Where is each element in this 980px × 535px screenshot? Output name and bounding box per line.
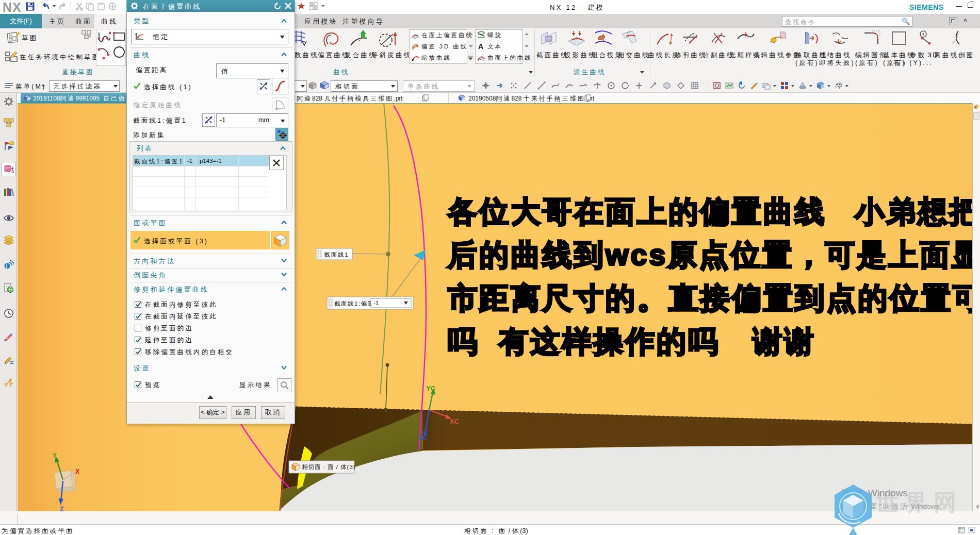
svg-text:截面线1: 截面线1	[324, 252, 349, 258]
svg-text:-1: -1	[373, 300, 379, 306]
svg-text:YC: YC	[426, 384, 436, 392]
svg-text:Z: Z	[60, 506, 63, 511]
svg-text:XC: XC	[450, 417, 460, 425]
svg-text:i: i	[6, 264, 8, 270]
svg-text:A: A	[478, 42, 483, 51]
svg-text:相切面：面 / 体(3): 相切面：面 / 体(3)	[302, 464, 356, 470]
svg-text:ZC: ZC	[419, 433, 428, 441]
svg-text:Y: Y	[53, 452, 57, 459]
svg-text:X: X	[75, 468, 79, 475]
